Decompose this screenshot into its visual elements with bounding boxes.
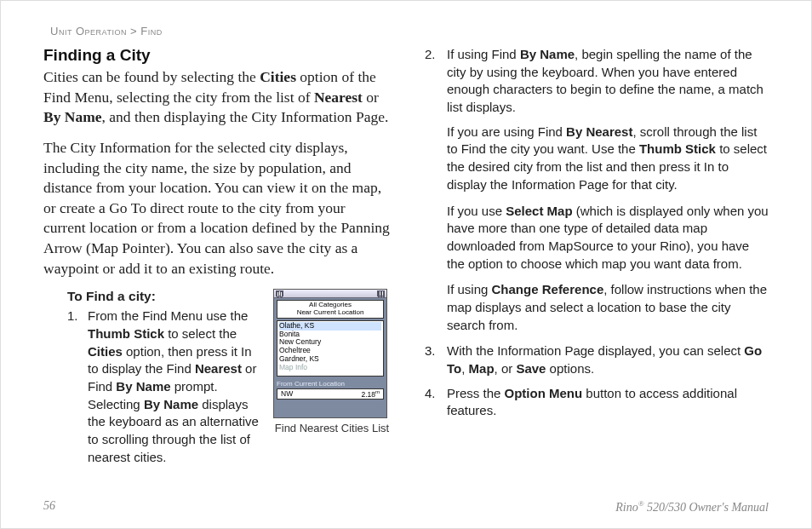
steps-list-right: If using Find By Name, begin spelling th… <box>425 46 769 117</box>
section-title: Finding a City <box>43 46 391 65</box>
step-4: Press the Option Menu button to access a… <box>425 385 769 420</box>
step-1: From the Find Menu use the Thumb Stick t… <box>67 308 391 466</box>
intro-paragraph-2: The City Information for the selected ci… <box>43 138 391 279</box>
manual-title: Rino® 520/530 Owner's Manual <box>615 499 769 515</box>
steps-block: All Categories Near Current Location Ola… <box>43 289 391 473</box>
left-column: Finding a City Cities can be found by se… <box>43 46 391 473</box>
intro-paragraph-1: Cities can be found by selecting the Cit… <box>43 67 391 128</box>
page-footer: 56 Rino® 520/530 Owner's Manual <box>43 499 769 515</box>
topbar-left-icons <box>276 290 283 296</box>
breadcrumb-sep: > <box>130 25 137 37</box>
breadcrumb: Unit Operation > Find <box>50 25 769 37</box>
step-2-sub-b: If you use Select Map (which is displaye… <box>447 203 769 273</box>
step-2-sub-c: If using Change Reference, follow instru… <box>447 281 769 334</box>
steps-list-left: From the Find Menu use the Thumb Stick t… <box>67 308 391 466</box>
step-2-sub-a: If you are using Find By Nearest, scroll… <box>447 124 769 194</box>
steps-list-right-cont: With the Information Page displayed, you… <box>425 342 769 420</box>
page: Unit Operation > Find Finding a City Cit… <box>0 0 812 529</box>
step-3: With the Information Page displayed, you… <box>425 342 769 377</box>
device-topbar <box>274 290 386 298</box>
content-columns: Finding a City Cities can be found by se… <box>43 46 769 473</box>
right-column: If using Find By Name, begin spelling th… <box>420 46 769 473</box>
page-number: 56 <box>43 499 55 515</box>
breadcrumb-section: Unit Operation <box>50 25 127 37</box>
topbar-right-icons <box>377 290 385 296</box>
breadcrumb-sub: Find <box>140 25 162 37</box>
step-2: If using Find By Name, begin spelling th… <box>425 46 769 117</box>
